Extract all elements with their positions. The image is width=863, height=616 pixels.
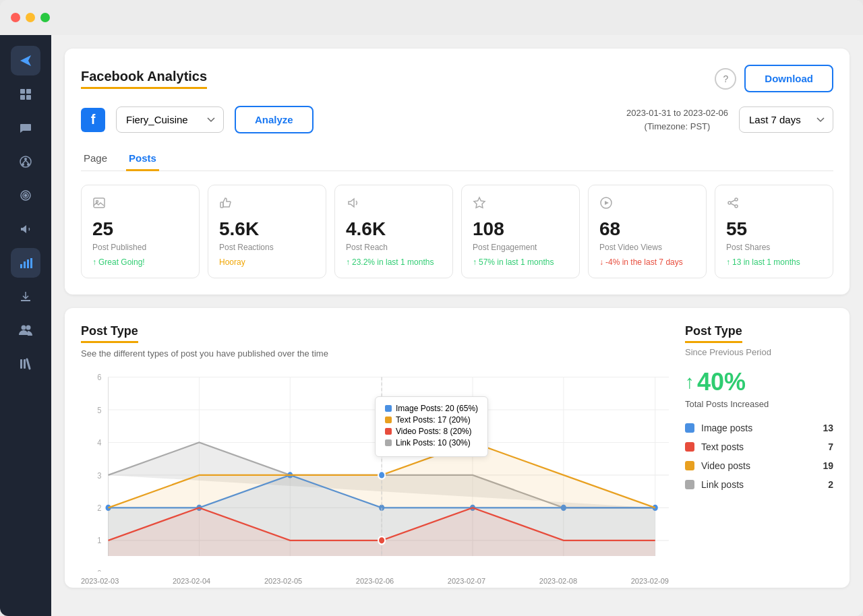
- svg-point-17: [22, 326, 26, 330]
- svg-point-27: [735, 205, 738, 208]
- svg-point-18: [26, 326, 31, 330]
- legend-dot-image: [685, 423, 694, 433]
- close-button[interactable]: [11, 13, 20, 22]
- svg-text:2: 2: [97, 503, 102, 513]
- sidebar: [0, 35, 51, 616]
- stat-trend-reach: ↑23.2% in last 1 months: [346, 257, 442, 267]
- facebook-icon: f: [81, 108, 105, 132]
- svg-point-5: [24, 158, 27, 160]
- share-icon: [726, 196, 822, 213]
- legend-count-text: 7: [828, 441, 833, 452]
- sidebar-item-analytics[interactable]: [11, 248, 40, 278]
- post-type-card: Post Type See the different types of pos…: [65, 308, 850, 588]
- stat-label-reach: Post Reach: [346, 243, 442, 252]
- tabs: Page Posts: [81, 147, 833, 171]
- stat-post-reach: 4.6K Post Reach ↑23.2% in last 1 months: [334, 185, 453, 278]
- stat-trend-published: ↑Great Going!: [92, 257, 188, 267]
- legend-item-link: Link posts 2: [685, 479, 833, 490]
- svg-rect-2: [20, 95, 25, 100]
- stat-label-published: Post Published: [92, 243, 188, 252]
- titlebar: [0, 0, 863, 35]
- sidebar-item-chat[interactable]: [11, 113, 40, 143]
- post-type-title: Post Type: [81, 324, 138, 343]
- line-chart-svg: 6 5 4 3 2 1 0: [81, 369, 669, 572]
- sidebar-item-megaphone[interactable]: [11, 214, 40, 244]
- image-icon: [92, 196, 188, 213]
- svg-point-62: [378, 439, 385, 447]
- increase-percentage: ↑ 40%: [685, 368, 833, 396]
- legend-label-video: Video posts: [701, 460, 750, 471]
- legend-count-image: 13: [823, 423, 833, 433]
- maximize-button[interactable]: [40, 13, 50, 22]
- sidebar-item-target[interactable]: [11, 181, 40, 210]
- chart-subtitle: See the different types of post you have…: [81, 348, 669, 359]
- account-select[interactable]: Fiery_Cuisine: [116, 106, 224, 133]
- stat-label-shares: Post Shares: [726, 243, 822, 252]
- svg-rect-3: [26, 95, 31, 100]
- speaker-icon: [346, 196, 442, 213]
- legend-dot-link: [685, 480, 694, 489]
- stat-value-reach: 4.6K: [346, 218, 442, 240]
- svg-point-6: [22, 163, 24, 166]
- svg-line-9: [26, 160, 28, 163]
- sidebar-item-download[interactable]: [11, 282, 40, 311]
- main-content: Facebook Analytics ? Download f Fiery_Cu…: [51, 35, 863, 616]
- sidebar-item-network[interactable]: [11, 147, 40, 177]
- svg-point-7: [27, 163, 30, 166]
- analytics-card: Facebook Analytics ? Download f Fiery_Cu…: [65, 49, 850, 295]
- legend-dot-text: [685, 442, 694, 452]
- panel-subtitle: Since Previous Period: [685, 347, 833, 357]
- stat-trend-reactions: Hooray: [219, 257, 315, 267]
- sidebar-item-library[interactable]: [11, 349, 40, 379]
- card-header: Facebook Analytics ? Download: [81, 65, 833, 92]
- svg-rect-14: [24, 261, 26, 268]
- legend-item-image: Image posts 13: [685, 423, 833, 433]
- legend-label-link: Link posts: [701, 479, 744, 490]
- svg-rect-16: [30, 258, 32, 268]
- stat-value-published: 25: [92, 218, 188, 240]
- stat-post-reactions: 5.6K Post Reactions Hooray: [208, 185, 326, 278]
- legend-item-text: Text posts 7: [685, 441, 833, 452]
- thumbs-icon: [219, 196, 315, 213]
- analyze-button[interactable]: Analyze: [235, 106, 314, 133]
- download-button[interactable]: Download: [744, 65, 833, 92]
- legend-dot-video: [685, 461, 694, 470]
- help-button[interactable]: ?: [715, 68, 736, 90]
- svg-line-8: [23, 160, 26, 163]
- svg-text:6: 6: [97, 372, 102, 382]
- svg-rect-19: [20, 359, 22, 369]
- play-icon: [599, 196, 695, 213]
- stat-value-engagement: 108: [473, 218, 568, 240]
- legend-count-video: 19: [823, 460, 833, 471]
- sidebar-item-groups[interactable]: [11, 315, 40, 345]
- toolbar-right: 2023-01-31 to 2023-02-06 (Timezone: PST)…: [626, 106, 833, 133]
- minimize-button[interactable]: [26, 13, 35, 22]
- svg-rect-1: [26, 89, 31, 94]
- stat-post-engagement: 108 Post Engagement ↑57% in last 1 month…: [461, 185, 580, 278]
- tab-posts[interactable]: Posts: [126, 147, 159, 171]
- stat-label-reactions: Post Reactions: [219, 243, 315, 252]
- svg-line-28: [731, 200, 735, 202]
- sidebar-item-dashboard[interactable]: [11, 80, 40, 109]
- stat-trend-engagement: ↑57% in last 1 months: [473, 257, 568, 267]
- svg-point-26: [728, 202, 731, 204]
- svg-rect-20: [24, 359, 26, 369]
- sidebar-item-send[interactable]: [11, 46, 40, 75]
- page-title: Facebook Analytics: [81, 69, 207, 89]
- panel-title: Post Type: [685, 324, 742, 343]
- increase-label: Total Posts Increased: [685, 399, 833, 409]
- svg-point-64: [378, 536, 385, 545]
- svg-point-12: [25, 195, 27, 197]
- stat-value-reactions: 5.6K: [219, 218, 315, 240]
- tab-page[interactable]: Page: [81, 147, 110, 171]
- svg-rect-0: [20, 89, 25, 94]
- stats-grid: 25 Post Published ↑Great Going!: [81, 185, 833, 278]
- legend-label-text: Text posts: [701, 441, 744, 452]
- period-select[interactable]: Last 7 days Last 14 days Last 30 days: [739, 106, 833, 133]
- stat-value-shares: 55: [726, 218, 822, 240]
- date-range-info: 2023-01-31 to 2023-02-06 (Timezone: PST): [626, 106, 728, 133]
- chart-container: Image Posts: 20 (65%) Text Posts: 17 (20…: [81, 369, 669, 572]
- svg-rect-21: [94, 198, 105, 208]
- star-icon: [473, 196, 568, 213]
- legend-count-link: 2: [828, 479, 833, 490]
